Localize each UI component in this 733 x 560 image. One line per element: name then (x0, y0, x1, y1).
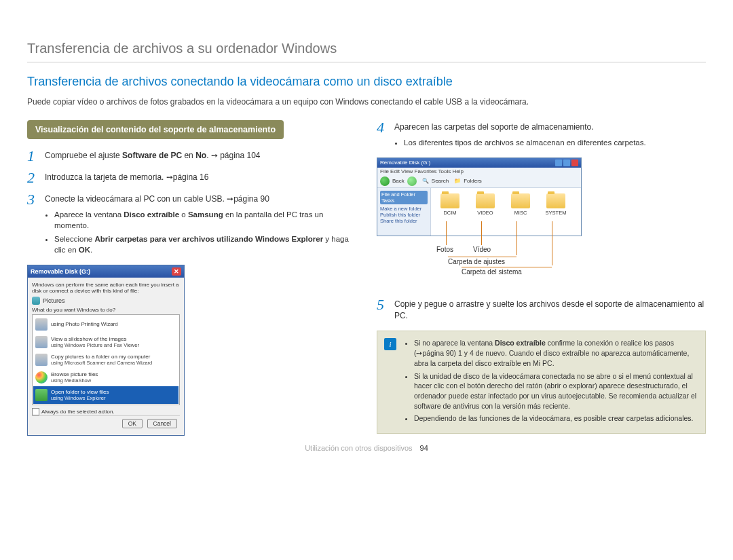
sidebar-heading: File and Folder Tasks (380, 191, 428, 204)
explorer-title: Removable Disk (G:) (380, 160, 430, 166)
info-bullet: Si la unidad de disco de la videocámara … (414, 371, 698, 411)
sidebar-item[interactable]: Share this folder (380, 218, 428, 224)
explorer-files: DCIM VIDEO MISC SYSTEM (431, 188, 581, 236)
dialog-desc: Windows can perform the same action each… (32, 282, 180, 294)
option-copy[interactable]: Copy pictures to a folder on my computer… (33, 351, 178, 369)
folder-icon (476, 193, 495, 208)
folder-icon (546, 193, 565, 208)
right-column: 4 Aparecen las carpetas del soporte de a… (377, 120, 706, 436)
always-checkbox[interactable]: Always do the selected action. (32, 408, 180, 415)
option-browse[interactable]: Browse picture filesusing MediaShow (33, 369, 178, 386)
picture-icon (32, 297, 40, 305)
printer-icon (35, 318, 48, 331)
bullet: Aparece la ventana Disco extraíble o Sam… (54, 209, 356, 231)
option-photo-wizard[interactable]: using Photo Printing Wizard (33, 316, 178, 333)
folder-icon (440, 193, 459, 208)
bullet: Seleccione Abrir carpetas para ver archi… (54, 234, 356, 255)
step-text: Compruebe el ajuste Software de PC en No… (45, 149, 261, 164)
close-icon[interactable]: ✕ (172, 267, 181, 276)
callout-ajustes: Carpeta de ajustes (448, 258, 505, 265)
checkbox-icon (32, 408, 39, 415)
callout-sistema: Carpeta del sistema (462, 268, 522, 276)
step-4: 4 Aparecen las carpetas del soporte de a… (377, 120, 706, 151)
step-number: 4 (377, 120, 389, 151)
dialog-prompt: What do you want Windows to do? (32, 307, 180, 313)
step-text: Copie y pegue o arrastre y suelte los ar… (394, 297, 706, 322)
step-text: Conecte la videocámara al PC con un cabl… (45, 192, 356, 258)
folder-system[interactable]: SYSTEM (542, 193, 569, 233)
close-icon[interactable] (571, 160, 578, 166)
media-icon (35, 371, 48, 384)
section-title: Transferencia de archivos conectando la … (27, 75, 706, 89)
step-3: 3 Conecte la videocámara al PC con un ca… (27, 192, 356, 258)
folder-video[interactable]: VIDEO (472, 193, 499, 233)
option-slideshow[interactable]: View a slideshow of the imagesusing Wind… (33, 333, 178, 351)
sub-heading: Visualización del contenido del soporte … (27, 120, 284, 139)
info-bullet: Dependiendo de las funciones de la video… (414, 413, 698, 424)
step-number: 1 (27, 149, 39, 164)
info-icon: i (384, 338, 396, 350)
back-icon[interactable] (380, 176, 390, 186)
folder-icon (511, 193, 530, 208)
explorer-menu[interactable]: File Edit View Favorites Tools Help (377, 168, 581, 175)
picture-label: Pictures (43, 297, 65, 304)
step-text: Introduzca la tarjeta de memoria. ➙págin… (45, 170, 208, 185)
dialog-body: Windows can perform the same action each… (28, 278, 184, 435)
folder-icon (35, 389, 48, 401)
page-footer: Utilización con otros dispositivos 94 (27, 444, 706, 452)
sidebar-item[interactable]: Publish this folder (380, 212, 428, 218)
cancel-button[interactable]: Cancel (147, 419, 177, 428)
minimize-icon[interactable] (555, 160, 562, 166)
info-box: i Si no aparece la ventana Disco extraíb… (377, 331, 706, 434)
callout-fotos: Fotos (436, 246, 453, 253)
explorer-window: Removable Disk (G:) File Edit View Favor… (377, 157, 582, 236)
step-5: 5 Copie y pegue o arrastre y suelte los … (377, 297, 706, 322)
dialog-titlebar: Removable Disk (G:) ✕ (28, 265, 184, 278)
folder-misc[interactable]: MISC (507, 193, 534, 233)
folder-dcim[interactable]: DCIM (436, 193, 464, 233)
step-number: 3 (27, 192, 39, 258)
step-number: 2 (27, 170, 39, 185)
step-1: 1 Compruebe el ajuste Software de PC en … (27, 149, 356, 164)
maximize-icon[interactable] (563, 160, 570, 166)
step-text: Aparecen las carpetas del soporte de alm… (394, 120, 646, 151)
intro-text: Puede copiar vídeo o archivos de fotos g… (27, 97, 706, 107)
option-open-folder[interactable]: Open folder to view filesusing Windows E… (33, 386, 178, 404)
bullet: Los diferentes tipos de archivos se alma… (404, 137, 646, 148)
forward-icon[interactable] (407, 176, 417, 186)
explorer-toolbar: Back 🔍Search 📁Folders (377, 175, 581, 188)
explorer-sidebar: File and Folder Tasks Make a new folder … (377, 188, 431, 236)
step-2: 2 Introduzca la tarjeta de memoria. ➙pág… (27, 170, 356, 185)
ok-button[interactable]: OK (122, 419, 143, 428)
callout-video: Vídeo (473, 246, 491, 253)
step-number: 5 (377, 297, 389, 322)
viewer-icon (35, 336, 48, 348)
explorer-titlebar: Removable Disk (G:) (377, 158, 581, 168)
page-title: Transferencia de archivos a su ordenador… (27, 41, 706, 62)
scanner-icon (35, 354, 48, 366)
page-number: 94 (420, 444, 428, 452)
left-column: Visualización del contenido del soporte … (27, 120, 356, 436)
dialog-title: Removable Disk (G:) (31, 268, 90, 275)
info-bullet: Si no aparece la ventana Disco extraíble… (414, 338, 698, 368)
sidebar-item[interactable]: Make a new folder (380, 206, 428, 212)
autoplay-dialog: Removable Disk (G:) ✕ Windows can perfor… (27, 265, 185, 436)
